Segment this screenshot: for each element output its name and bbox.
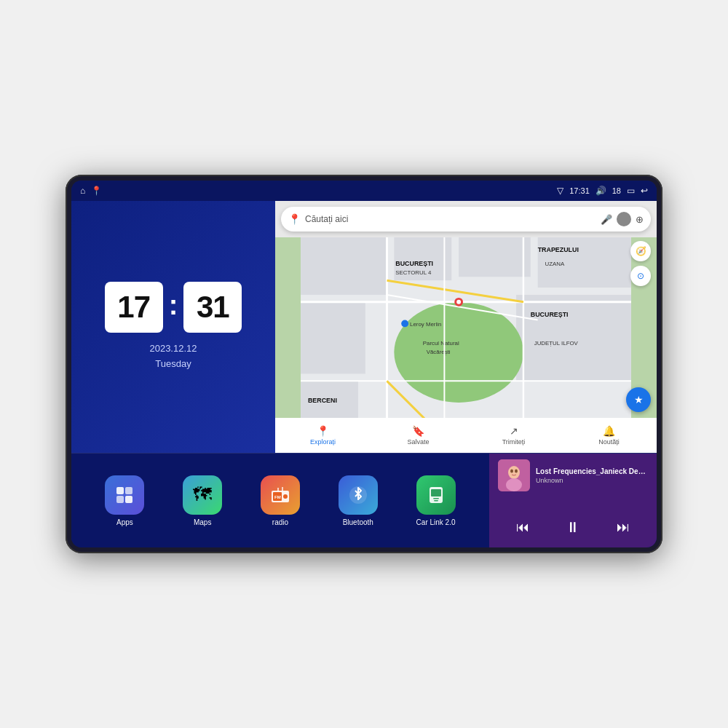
map-nav-news[interactable]: 🔔 Noutăți <box>561 425 657 446</box>
map-search-text[interactable]: Căutați aici <box>305 214 596 224</box>
saved-label: Salvate <box>407 438 429 446</box>
share-icon: ↗ <box>510 425 518 437</box>
music-artist: Unknown <box>536 477 648 484</box>
maps-icon: 🗺 <box>183 475 222 515</box>
bluetooth-icon <box>339 475 378 515</box>
bluetooth-icon-svg <box>348 485 368 505</box>
explore-icon: 📍 <box>317 425 329 437</box>
app-item-apps[interactable]: Apps <box>105 475 144 526</box>
apps-label: Apps <box>116 518 133 526</box>
top-row: 17 : 31 2023.12.12 Tuesday 📍 Căutați aic… <box>71 201 657 453</box>
share-label: Trimiteți <box>502 438 526 446</box>
svg-rect-1 <box>301 237 387 295</box>
battery-icon: ▭ <box>627 186 635 196</box>
svg-text:Leroy Merlin: Leroy Merlin <box>410 321 441 328</box>
map-bottom-nav: 📍 Explorați 🔖 Salvate ↗ Trimiteți 🔔 <box>275 418 657 453</box>
clock-display: 17 : 31 <box>105 282 242 333</box>
svg-text:BERCENI: BERCENI <box>308 397 337 404</box>
radio-icon: FM <box>261 475 300 515</box>
svg-text:JUDEȚUL ILFOV: JUDEȚUL ILFOV <box>534 340 579 347</box>
app-item-maps[interactable]: 🗺 Maps <box>183 475 222 526</box>
music-top: Lost Frequencies_Janieck Devy-... Unknow… <box>498 459 648 491</box>
svg-text:BUCUREȘTI: BUCUREȘTI <box>395 260 433 267</box>
svg-text:BUCUREȘTI: BUCUREȘTI <box>531 311 569 318</box>
bluetooth-label: Bluetooth <box>343 518 373 526</box>
music-prev-button[interactable]: ⏮ <box>513 517 532 538</box>
news-label: Noutăți <box>598 438 620 446</box>
compass-button[interactable]: 🧭 <box>630 241 651 261</box>
device-screen: ⌂ 📍 ▽ 17:31 🔊 18 ▭ ↩ 17 : <box>71 181 657 547</box>
maps-label: Maps <box>194 518 211 526</box>
clock-date-value: 2023.12.12 <box>149 341 197 357</box>
music-info: Lost Frequencies_Janieck Devy-... Unknow… <box>536 467 648 484</box>
music-player: Lost Frequencies_Janieck Devy-... Unknow… <box>489 454 657 547</box>
navigate-fab[interactable]: ★ <box>626 387 651 412</box>
carlink-label: Car Link 2.0 <box>416 518 456 526</box>
clock-panel: 17 : 31 2023.12.12 Tuesday <box>71 201 275 453</box>
svg-rect-34 <box>125 496 132 503</box>
app-item-radio[interactable]: FM radio <box>261 475 300 526</box>
news-icon: 🔔 <box>603 425 615 437</box>
clock-minutes: 31 <box>183 282 242 333</box>
radio-icon-svg: FM <box>269 483 292 507</box>
music-controls: ⏮ ⏸ ⏭ <box>498 513 648 542</box>
carlink-icon <box>416 475 456 515</box>
layers-icon[interactable]: ⊕ <box>636 214 644 225</box>
profile-icon[interactable] <box>617 212 631 226</box>
svg-point-8 <box>394 302 523 403</box>
svg-point-47 <box>508 466 520 479</box>
clock-day-value: Tuesday <box>149 357 197 372</box>
svg-rect-32 <box>125 487 132 494</box>
map-search-bar[interactable]: 📍 Căutați aici 🎤 ⊕ <box>281 207 651 232</box>
svg-point-26 <box>401 320 408 327</box>
radio-label: radio <box>272 518 288 526</box>
map-nav-saved[interactable]: 🔖 Salvate <box>371 425 466 446</box>
svg-text:UZANA: UZANA <box>545 261 565 267</box>
device-frame: ⌂ 📍 ▽ 17:31 🔊 18 ▭ ↩ 17 : <box>66 175 662 553</box>
saved-icon: 🔖 <box>412 425 424 437</box>
back-icon[interactable]: ↩ <box>641 186 648 196</box>
svg-text:TRAPEZULUI: TRAPEZULUI <box>538 246 579 253</box>
music-title: Lost Frequencies_Janieck Devy-... <box>536 467 648 475</box>
location-pin-icon[interactable]: 📍 <box>91 186 102 196</box>
svg-rect-43 <box>431 489 441 496</box>
svg-point-49 <box>510 470 513 473</box>
map-nav-share[interactable]: ↗ Trimiteți <box>466 425 561 446</box>
map-nav-explore[interactable]: 📍 Explorați <box>275 425 371 446</box>
status-bar: ⌂ 📍 ▽ 17:31 🔊 18 ▭ ↩ <box>71 181 657 201</box>
music-thumbnail <box>498 459 530 491</box>
svg-rect-3 <box>459 237 531 277</box>
volume-icon: 🔊 <box>596 186 606 196</box>
svg-point-48 <box>506 478 522 491</box>
svg-text:FM: FM <box>274 495 281 499</box>
volume-level: 18 <box>612 186 621 195</box>
apps-icon <box>105 475 144 515</box>
svg-rect-45 <box>434 500 438 502</box>
app-item-carlink[interactable]: Car Link 2.0 <box>416 475 456 526</box>
signal-icon: ▽ <box>557 186 563 196</box>
status-right: ▽ 17:31 🔊 18 ▭ ↩ <box>557 186 648 196</box>
svg-point-50 <box>515 470 518 473</box>
status-left: ⌂ 📍 <box>80 186 102 196</box>
apps-icon-svg <box>114 485 135 505</box>
home-icon[interactable]: ⌂ <box>80 186 85 196</box>
music-play-button[interactable]: ⏸ <box>563 516 583 539</box>
music-next-button[interactable]: ⏭ <box>614 517 633 538</box>
bottom-row: Apps 🗺 Maps FM <box>71 453 657 547</box>
map-panel[interactable]: 📍 Căutați aici 🎤 ⊕ 🧭 ⊙ <box>275 201 657 453</box>
location-button[interactable]: ⊙ <box>630 266 651 286</box>
music-thumb-svg <box>498 459 530 491</box>
clock-date: 2023.12.12 Tuesday <box>149 341 197 372</box>
svg-rect-7 <box>516 295 631 381</box>
google-maps-icon: 📍 <box>288 213 301 225</box>
main-content: 17 : 31 2023.12.12 Tuesday 📍 Căutați aic… <box>71 201 657 547</box>
explore-label: Explorați <box>310 438 336 446</box>
voice-search-icon[interactable]: 🎤 <box>601 214 612 225</box>
svg-text:Parcul Natural: Parcul Natural <box>423 340 459 347</box>
svg-text:Văcărești: Văcărești <box>427 349 451 355</box>
apps-dock: Apps 🗺 Maps FM <box>71 454 489 547</box>
app-item-bluetooth[interactable]: Bluetooth <box>339 475 378 526</box>
svg-point-30 <box>456 300 461 304</box>
svg-rect-33 <box>116 496 124 503</box>
status-time: 17:31 <box>569 186 590 195</box>
